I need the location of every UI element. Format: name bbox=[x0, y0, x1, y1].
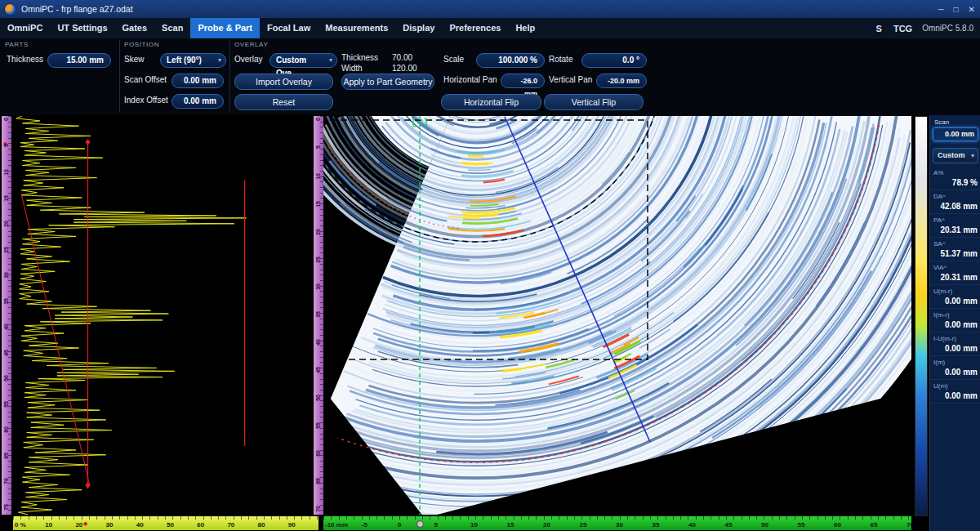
thickness-field[interactable]: 15.00 mm bbox=[47, 53, 111, 68]
reading-row[interactable]: A%78.9 % bbox=[930, 167, 980, 190]
ruler-tick-label: 55 bbox=[798, 521, 805, 529]
ruler-tick-label: 30 bbox=[616, 521, 623, 529]
reading-label: SA^ bbox=[930, 238, 980, 248]
s-button[interactable]: S bbox=[875, 24, 884, 33]
overlay-thickness-value: 70.00 bbox=[392, 53, 412, 62]
vertical-pan-field[interactable]: -20.0 mm bbox=[596, 74, 647, 88]
probe-position-marker bbox=[416, 520, 424, 528]
reading-label: ViA^ bbox=[930, 261, 980, 271]
menu-item-focal-law[interactable]: Focal Law bbox=[260, 18, 318, 38]
reading-row[interactable]: PA^20.31 mm bbox=[930, 214, 980, 238]
window-title: OmniPC - frp flange a27.odat bbox=[21, 4, 133, 14]
ruler-tick-label: 45 bbox=[314, 367, 323, 373]
reading-value: 0.00 mm bbox=[945, 297, 978, 306]
thickness-label: Thickness bbox=[7, 55, 43, 64]
vertical-pan-label: Vertical Pan bbox=[549, 75, 592, 84]
reading-value: 78.9 % bbox=[952, 178, 978, 187]
import-overlay-button[interactable]: Import Overlay bbox=[234, 74, 333, 90]
ruler-tick-label: 90 bbox=[288, 521, 296, 529]
scale-field[interactable]: 100.000 % bbox=[476, 53, 545, 68]
menu-item-ut-settings[interactable]: UT Settings bbox=[50, 18, 114, 38]
ruler-tick-label: 35 bbox=[2, 298, 11, 305]
menu-item-preferences[interactable]: Preferences bbox=[442, 18, 508, 38]
ruler-tick-label: 0 bbox=[398, 521, 401, 529]
menu-item-probe-part[interactable]: Probe & Part bbox=[190, 18, 260, 38]
sscan-view[interactable] bbox=[323, 116, 911, 515]
reading-row[interactable]: U(m)0.00 mm bbox=[930, 380, 980, 404]
ascan-depth-ruler[interactable]: ◆ 051015202530354045505560657075 bbox=[2, 116, 11, 515]
reading-value: 0.00 mm bbox=[945, 344, 978, 353]
ruler-tick-label: 30 bbox=[2, 272, 11, 279]
amplitude-palette[interactable] bbox=[915, 116, 928, 516]
ruler-tick-label: 45 bbox=[725, 521, 733, 529]
ruler-tick-label: 60 bbox=[197, 521, 204, 529]
overlay-header: OVERLAY bbox=[234, 41, 268, 48]
ruler-tick-label: 5 bbox=[434, 521, 438, 529]
sscan-depth-ruler[interactable]: 0510152025303540455055606570 bbox=[314, 116, 323, 515]
scan-offset-field[interactable]: 0.00 mm bbox=[172, 74, 224, 88]
ruler-tick-label: 25 bbox=[580, 521, 587, 529]
reading-row[interactable]: I(m)0.00 mm bbox=[930, 356, 980, 380]
scan-offset-label: Scan Offset bbox=[124, 75, 167, 84]
scan-position-field[interactable]: 0.00 mm bbox=[933, 127, 978, 141]
ruler-tick-label: 45 bbox=[2, 350, 11, 356]
menu-item-gates[interactable]: Gates bbox=[115, 18, 155, 38]
ruler-tick-label: 0 bbox=[314, 118, 323, 121]
skew-label: Skew bbox=[124, 55, 144, 64]
index-offset-field[interactable]: 0.00 mm bbox=[172, 94, 224, 109]
readings-preset-dropdown[interactable]: Custom ▾ bbox=[933, 148, 978, 163]
toolbar: PARTS Thickness 15.00 mm POSITION Skew L… bbox=[0, 38, 980, 116]
ruler-tick-label: 0 bbox=[2, 118, 11, 121]
menu-item-omnipc[interactable]: OmniPC bbox=[0, 18, 50, 38]
close-icon[interactable]: ✕ bbox=[969, 5, 975, 14]
skew-value: Left (90°) bbox=[167, 56, 202, 65]
reading-value: 0.00 mm bbox=[945, 368, 978, 377]
ruler-tick-label: -5 bbox=[362, 521, 368, 529]
reading-row[interactable]: I(m-r)0.00 mm bbox=[930, 309, 980, 332]
minimize-icon[interactable]: ─ bbox=[938, 5, 943, 14]
skew-dropdown[interactable]: Left (90°)▾ bbox=[160, 53, 226, 68]
ruler-tick-label: 60 bbox=[314, 450, 323, 457]
ruler-tick-label: 55 bbox=[314, 422, 323, 429]
menu-item-scan[interactable]: Scan bbox=[154, 18, 190, 38]
ascan-view[interactable] bbox=[13, 116, 312, 515]
menu-item-display[interactable]: Display bbox=[395, 18, 442, 38]
reading-row[interactable]: DA^42.08 mm bbox=[930, 190, 980, 214]
ruler-tick-label: 80 bbox=[258, 521, 265, 529]
reading-row[interactable]: I-U(m-r)0.00 mm bbox=[930, 332, 980, 356]
sscan-index-ruler[interactable]: -10 mm-50510152025303540455055606570 bbox=[323, 516, 911, 530]
rotate-label: Rotate bbox=[549, 55, 572, 64]
horizontal-pan-field[interactable]: -26.0 mm bbox=[501, 74, 545, 88]
overlay-width-value: 120.00 bbox=[392, 64, 417, 73]
horizontal-flip-button[interactable]: Horizontal Flip bbox=[441, 94, 541, 110]
reading-row[interactable]: U(m-r)0.00 mm bbox=[930, 285, 980, 309]
scale-label: Scale bbox=[443, 55, 464, 64]
tcg-button[interactable]: TCG bbox=[892, 24, 914, 33]
reading-row[interactable]: SA^51.37 mm bbox=[930, 238, 980, 261]
reading-value: 42.08 mm bbox=[940, 202, 978, 211]
ruler-tick-label: 65 bbox=[2, 453, 11, 459]
ruler-tick-label: 35 bbox=[653, 521, 660, 529]
reading-label: DA^ bbox=[930, 190, 980, 200]
rotate-field[interactable]: 0.0 ° bbox=[581, 53, 647, 68]
reading-row[interactable]: ViA^20.31 mm bbox=[930, 261, 980, 285]
chevron-down-icon: ▾ bbox=[329, 54, 332, 67]
maximize-icon[interactable]: □ bbox=[954, 5, 959, 14]
ruler-tick-label: 50 bbox=[314, 395, 323, 401]
apply-to-part-geometry-button[interactable]: Apply to Part Geometry bbox=[341, 74, 434, 90]
ascan-amplitude-ruler[interactable]: ◆ 0 %102030405060708090 bbox=[13, 516, 318, 530]
reset-button[interactable]: Reset bbox=[234, 94, 333, 110]
ruler-tick-label: 60 bbox=[2, 426, 11, 433]
menu-item-help[interactable]: Help bbox=[508, 18, 542, 38]
menu-item-measurements[interactable]: Measurements bbox=[318, 18, 395, 38]
ruler-tick-label: 5 bbox=[314, 145, 323, 149]
ruler-tick-label: 40 bbox=[2, 324, 11, 330]
horizontal-pan-label: Horizontal Pan bbox=[443, 75, 497, 84]
ruler-tick-label: 10 bbox=[2, 169, 11, 176]
reading-value: 0.00 mm bbox=[945, 391, 978, 400]
vertical-flip-button[interactable]: Vertical Flip bbox=[544, 94, 644, 110]
ruler-tick-label: 25 bbox=[2, 247, 11, 253]
ruler-tick-label: 30 bbox=[314, 283, 323, 290]
overlay-dropdown[interactable]: Custom Ove▾ bbox=[270, 53, 337, 68]
ruler-tick-label: 25 bbox=[314, 257, 323, 263]
